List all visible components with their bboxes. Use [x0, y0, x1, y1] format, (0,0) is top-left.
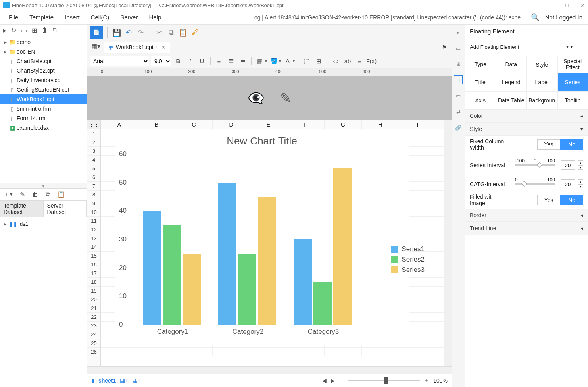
style-tab-backgroun[interactable]: Backgroun	[527, 91, 557, 110]
grid-main[interactable]: ABCDEFGHI New Chart Title 0102030405060C…	[101, 120, 444, 366]
grid-icon[interactable]: ▦▾	[91, 42, 101, 52]
edit-icon[interactable]: ✎	[280, 90, 291, 106]
maximize-button[interactable]: □	[565, 2, 569, 8]
ss-cond-icon[interactable]: ⇄	[454, 107, 463, 116]
grid-row[interactable]	[101, 243, 444, 252]
wrap-icon[interactable]: ≡	[354, 56, 365, 66]
col-head-G[interactable]: G	[325, 120, 362, 129]
grid-row[interactable]	[101, 260, 444, 269]
grid-row[interactable]	[101, 217, 444, 225]
copy-icon[interactable]: ⧉	[166, 27, 176, 38]
alignright-icon[interactable]: ≣	[238, 56, 248, 66]
undo-icon[interactable]: ↶	[123, 27, 134, 38]
tree-item-doc-EN[interactable]: ▸📁doc-EN	[0, 47, 87, 56]
close-button[interactable]: ✕	[580, 2, 585, 8]
login-status[interactable]: Not Logged In	[545, 14, 582, 21]
grid-row[interactable]	[101, 234, 444, 243]
ss-layout-icon[interactable]: ⊞	[454, 60, 463, 68]
grid-row[interactable]	[101, 164, 444, 173]
insertlink-icon[interactable]: ⬭	[331, 56, 341, 66]
ds-delete-icon[interactable]: 🗑	[32, 191, 38, 198]
grid-row[interactable]	[101, 287, 444, 295]
fontcolor-icon[interactable]: A	[282, 56, 293, 66]
unmerge-icon[interactable]: ⊞	[313, 56, 324, 66]
border-icon[interactable]: ▦	[255, 56, 265, 66]
menu-help[interactable]: Help	[143, 12, 167, 23]
row-head[interactable]: 13	[87, 234, 100, 243]
ss-link-icon[interactable]: 🔗	[454, 123, 463, 132]
row-head[interactable]: 3	[87, 147, 100, 156]
row-head[interactable]: 21	[87, 304, 100, 313]
zoom-slider[interactable]	[348, 380, 420, 381]
dataset-item[interactable]: ▸❚❚ ds1	[4, 219, 83, 228]
tree-item-Daily-Inventory-cpt[interactable]: ▯Daily Inventory.cpt	[0, 75, 87, 85]
fill-dropdown[interactable]: ▾	[279, 59, 281, 63]
row-head[interactable]: 6	[87, 173, 100, 182]
row-head[interactable]: 9	[87, 199, 100, 208]
grid-row[interactable]	[101, 295, 444, 304]
copy-icon[interactable]: ⧉	[53, 27, 57, 34]
nav-first-icon[interactable]: ◀	[322, 377, 327, 384]
add-float-button[interactable]: ＋▾	[555, 42, 583, 52]
redo-icon[interactable]: ↷	[135, 27, 146, 38]
ss-chart-icon[interactable]: ▭	[454, 44, 463, 52]
tab-template-dataset[interactable]: Template Dataset	[0, 200, 44, 217]
doc-tab[interactable]: ▦ WorkBook1.cpt * ✕	[104, 42, 170, 53]
refresh-icon[interactable]: ↻	[11, 27, 16, 34]
formatbrush-icon[interactable]: 🖌	[190, 27, 200, 38]
flag-icon[interactable]: ⚑	[442, 44, 447, 50]
catg-int-slider[interactable]: 0 100	[515, 183, 555, 185]
tree-item-WorkBook1-cpt[interactable]: ▯WorkBook1.cpt	[0, 94, 87, 104]
row-head[interactable]: 22	[87, 313, 100, 322]
catg-int-input[interactable]	[561, 179, 575, 189]
spin-up[interactable]: ▲	[578, 160, 583, 165]
zoom-out-icon[interactable]: —	[339, 377, 344, 384]
fontcolor-dropdown[interactable]: ▾	[293, 59, 295, 63]
row-head[interactable]: 4	[87, 156, 100, 164]
tree-item-5min-intro-frm[interactable]: ▯5min-intro.frm	[0, 104, 87, 114]
tree-item-demo[interactable]: ▸📁demo	[0, 37, 87, 47]
row-head[interactable]: 8	[87, 191, 100, 199]
tree-item-ChartStyle-cpt[interactable]: ▯ChartStyle.cpt	[0, 56, 87, 66]
style-tab-tooltip[interactable]: Tooltip	[557, 91, 588, 110]
col-head-F[interactable]: F	[287, 120, 325, 129]
grid-row[interactable]	[101, 173, 444, 182]
row-head[interactable]: 7	[87, 182, 100, 191]
horizontal-scrollbar[interactable]	[87, 366, 452, 374]
row-head[interactable]: 2	[87, 138, 100, 147]
col-head-B[interactable]: B	[138, 120, 175, 129]
tree-item-GettingStartedEN-cpt[interactable]: ▯GettingStartedEN.cpt	[0, 85, 87, 94]
style-tab-axis[interactable]: Axis	[465, 91, 496, 110]
ds-paste-icon[interactable]: 📋	[57, 191, 65, 198]
prop-tab-type[interactable]: Type	[465, 56, 496, 73]
section-color[interactable]: Color◂	[465, 110, 588, 123]
spin-down[interactable]: ▼	[578, 165, 583, 170]
fixed-col-yes[interactable]: Yes	[537, 139, 560, 150]
paste-icon[interactable]: 📋	[178, 27, 188, 38]
style-tab-label[interactable]: Label	[527, 73, 557, 91]
add-sheet-icon[interactable]: ▦+	[120, 377, 128, 384]
grid-row[interactable]	[101, 138, 444, 147]
save-icon[interactable]: 💾	[111, 27, 122, 38]
tree-item-Form14-frm[interactable]: ▯Form14.frm	[0, 114, 87, 123]
grid-row[interactable]	[101, 348, 444, 356]
row-head[interactable]: 24	[87, 330, 100, 339]
zoom-in-icon[interactable]: ＋	[424, 377, 429, 384]
row-head[interactable]: 15	[87, 252, 100, 260]
grid-row[interactable]	[101, 129, 444, 138]
inserttext-icon[interactable]: ab	[342, 56, 353, 66]
tree-item-example-xlsx[interactable]: ▦example.xlsx	[0, 123, 87, 133]
row-head[interactable]: 25	[87, 339, 100, 348]
ss-widget-icon[interactable]: ▭	[454, 91, 463, 100]
grid-row[interactable]	[101, 191, 444, 199]
merge-icon[interactable]: ⬚	[302, 56, 312, 66]
grid-row[interactable]	[101, 225, 444, 234]
section-style[interactable]: Style▾	[465, 123, 588, 136]
ds-edit-icon[interactable]: ✎	[20, 191, 25, 198]
vertical-scrollbar[interactable]	[444, 120, 452, 366]
col-head-I[interactable]: I	[399, 120, 436, 129]
row-head[interactable]: 12	[87, 225, 100, 234]
col-head-A[interactable]: A	[101, 120, 138, 129]
collapse-handle[interactable]: ▾	[0, 183, 87, 188]
col-head-H[interactable]: H	[362, 120, 399, 129]
